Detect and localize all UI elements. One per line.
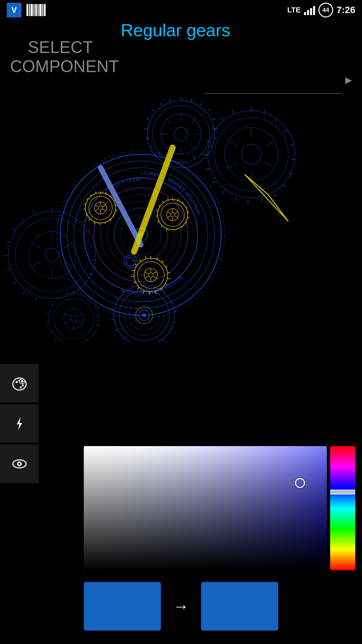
select-component-label: SELECT COMPONENT: [10, 38, 111, 76]
svg-point-31: [208, 111, 295, 198]
svg-line-207: [145, 256, 146, 259]
svg-point-89: [54, 299, 94, 339]
arrow-icon: →: [173, 597, 189, 615]
app-icon: V: [7, 3, 21, 17]
lte-label: LTE: [287, 6, 301, 14]
svg-line-37: [275, 118, 277, 122]
svg-line-75: [13, 281, 16, 284]
battery-indicator: 44: [318, 3, 333, 17]
svg-line-15: [160, 103, 162, 105]
svg-line-242: [115, 298, 118, 300]
color-swatch-left[interactable]: [84, 582, 161, 631]
svg-line-19: [146, 138, 148, 139]
color-swatch-right[interactable]: [201, 582, 278, 631]
svg-line-17: [146, 118, 149, 119]
svg-line-199: [149, 292, 149, 295]
arrow-button[interactable]: →: [161, 597, 201, 615]
svg-line-158: [95, 209, 98, 211]
color-picker-area[interactable]: [84, 446, 355, 570]
svg-line-213: [145, 272, 148, 274]
eye-tool-button[interactable]: [0, 444, 39, 483]
svg-line-112: [78, 321, 82, 324]
svg-line-95: [94, 307, 96, 308]
barcode-icon: [26, 4, 46, 16]
svg-line-233: [170, 332, 173, 333]
svg-line-39: [290, 145, 293, 146]
svg-point-0: [147, 101, 215, 168]
svg-line-185: [167, 212, 170, 213]
svg-marker-253: [17, 417, 22, 430]
svg-line-5: [191, 99, 192, 101]
svg-line-56: [266, 141, 275, 146]
svg-point-225: [142, 313, 146, 317]
svg-point-132: [85, 193, 116, 223]
clock-area[interactable]: LAURENCE WERNER MONTREAL MODEL N.°0001 A…: [0, 94, 362, 342]
svg-point-246: [16, 381, 18, 383]
svg-line-234: [163, 340, 165, 342]
svg-line-36: [264, 110, 265, 114]
svg-point-163: [171, 213, 175, 217]
svg-line-59: [228, 163, 237, 168]
svg-point-133: [89, 196, 112, 220]
svg-line-16: [152, 109, 154, 111]
svg-point-61: [8, 211, 96, 299]
svg-line-53: [221, 117, 223, 120]
palette-tool-button[interactable]: [0, 364, 39, 402]
svg-line-73: [35, 298, 37, 302]
svg-line-26: [166, 119, 171, 124]
svg-line-181: [175, 212, 178, 213]
lightning-icon: [11, 415, 28, 432]
svg-line-79: [12, 228, 15, 230]
svg-line-152: [90, 195, 92, 196]
svg-line-20: [150, 146, 153, 147]
hue-handle[interactable]: [330, 490, 355, 494]
hue-slider[interactable]: [330, 446, 355, 570]
svg-line-210: [154, 276, 157, 278]
header: SELECT COMPONENT Regular gears ▸: [0, 20, 362, 94]
svg-line-42: [283, 184, 286, 187]
svg-point-3: [174, 127, 188, 141]
svg-point-161: [161, 203, 184, 226]
clock-svg: LAURENCE WERNER MONTREAL MODEL N.°0001 A…: [0, 94, 362, 342]
svg-line-13: [193, 156, 194, 159]
svg-line-206: [139, 259, 141, 262]
svg-line-48: [213, 181, 216, 183]
svg-line-12: [202, 152, 204, 155]
svg-line-146: [94, 222, 95, 224]
svg-line-29: [191, 145, 196, 150]
svg-line-54: [232, 109, 234, 113]
svg-line-244: [132, 284, 133, 287]
battery-level: 44: [322, 7, 329, 14]
svg-line-46: [235, 197, 236, 201]
svg-line-21: [158, 152, 160, 155]
side-tools: [0, 364, 39, 483]
eye-icon: [11, 455, 28, 473]
svg-line-97: [96, 325, 99, 325]
svg-line-43: [273, 194, 275, 197]
svg-line-38: [284, 130, 287, 132]
lightning-tool-button[interactable]: [0, 404, 39, 443]
svg-point-189: [148, 273, 153, 277]
dropdown-arrow-icon: ▸: [345, 72, 352, 87]
svg-line-201: [137, 287, 139, 289]
component-name[interactable]: Regular gears: [121, 20, 352, 87]
svg-line-104: [48, 331, 51, 332]
svg-point-88: [49, 293, 99, 342]
svg-line-11: [209, 146, 212, 147]
svg-line-115: [65, 314, 69, 316]
svg-line-238: [122, 337, 124, 340]
svg-point-215: [126, 257, 135, 266]
svg-line-241: [111, 309, 114, 309]
svg-line-93: [82, 293, 83, 296]
svg-line-10: [214, 138, 216, 139]
svg-point-91: [70, 315, 77, 322]
svg-line-232: [174, 322, 177, 323]
svg-line-81: [33, 210, 35, 214]
svg-point-250: [20, 386, 22, 388]
svg-line-14: [170, 99, 171, 101]
clock-time: 7:26: [337, 5, 355, 15]
svg-line-218: [134, 148, 173, 252]
color-cursor[interactable]: [295, 478, 305, 488]
svg-line-60: [228, 141, 237, 146]
color-gradient-box[interactable]: [84, 446, 327, 570]
